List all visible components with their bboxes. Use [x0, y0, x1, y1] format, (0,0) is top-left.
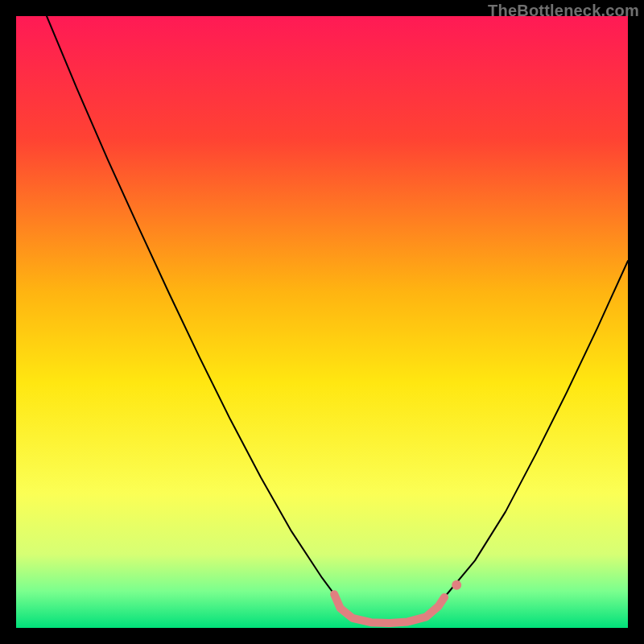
- chart-background: [16, 16, 628, 628]
- chart-frame: TheBottleneck.com: [0, 0, 644, 644]
- bottleneck-valley-marker: [452, 580, 461, 590]
- bottleneck-chart: [16, 16, 628, 628]
